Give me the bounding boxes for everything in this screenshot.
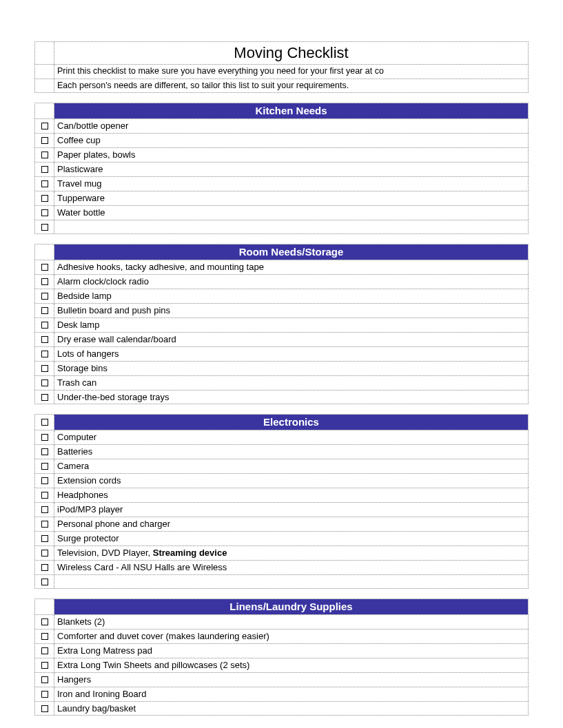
- checkbox-icon[interactable]: [41, 180, 48, 187]
- list-item: Alarm clock/clock radio: [34, 274, 529, 289]
- item-text: Travel mug: [54, 177, 528, 191]
- checkbox-icon[interactable]: [41, 379, 48, 386]
- checkbox-col: [35, 599, 54, 614]
- checkbox-icon[interactable]: [41, 676, 48, 683]
- item-text: Storage bins: [54, 362, 528, 375]
- checkbox-col: [35, 119, 54, 133]
- checkbox-col: [35, 415, 54, 430]
- checkbox-icon[interactable]: [41, 564, 48, 571]
- item-text: [54, 220, 528, 233]
- checkbox-icon[interactable]: [41, 365, 48, 372]
- list-item: Adhesive hooks, tacky adhesive, and moun…: [34, 260, 529, 274]
- checkbox-icon[interactable]: [41, 705, 48, 712]
- checkbox-col: [35, 687, 54, 701]
- checkbox-icon[interactable]: [41, 662, 48, 669]
- list-item: Storage bins: [34, 361, 529, 375]
- list-item: Computer: [34, 430, 529, 444]
- list-item: Water bottle: [34, 205, 529, 220]
- checkbox-icon[interactable]: [41, 521, 48, 528]
- checkbox-icon[interactable]: [41, 535, 48, 542]
- checkbox-icon[interactable]: [41, 434, 48, 441]
- checkbox-col: [35, 445, 54, 459]
- section-title: Electronics: [54, 415, 528, 430]
- item-text-bold: Streaming device: [153, 548, 227, 558]
- checkbox-icon[interactable]: [41, 195, 48, 202]
- spacer: [34, 589, 529, 599]
- item-text: Television, DVD Player, Streaming device: [54, 546, 528, 560]
- checkbox-col: [35, 177, 54, 191]
- item-text: Iron and Ironing Board: [54, 687, 528, 701]
- checkbox-col: [35, 220, 54, 233]
- item-text: Headphones: [54, 488, 528, 502]
- section-header: Room Needs/Storage: [34, 244, 529, 260]
- checkbox-icon[interactable]: [41, 137, 48, 144]
- spacer: [34, 93, 529, 103]
- checkbox-icon[interactable]: [41, 579, 48, 585]
- list-item: Blankets (2): [34, 614, 529, 629]
- item-text: Hangers: [54, 673, 528, 687]
- checkbox-icon[interactable]: [41, 307, 48, 314]
- item-text: Dry erase wall calendar/board: [54, 333, 528, 346]
- checkbox-icon[interactable]: [41, 293, 48, 300]
- checkbox-icon[interactable]: [41, 506, 48, 513]
- checkbox-icon[interactable]: [41, 209, 48, 216]
- checkbox-icon[interactable]: [41, 463, 48, 470]
- checkbox-col: [35, 260, 54, 274]
- checkbox-col: [35, 474, 54, 488]
- item-text: Blankets (2): [54, 615, 528, 629]
- section-title: Linens/Laundry Supplies: [54, 599, 528, 614]
- item-text: Wireless Card - All NSU Halls are Wirele…: [54, 561, 528, 574]
- checklist-sheet: Moving Checklist Print this checklist to…: [0, 0, 563, 728]
- checkbox-icon[interactable]: [41, 166, 48, 173]
- checkbox-icon[interactable]: [41, 647, 48, 654]
- checkbox-icon[interactable]: [41, 152, 48, 158]
- list-item: Desk lamp: [34, 318, 529, 332]
- checkbox-col: [35, 459, 54, 473]
- list-item: Coffee cup: [34, 133, 529, 147]
- checkbox-col: [35, 191, 54, 205]
- checkbox-col: [35, 503, 54, 517]
- list-item: [34, 220, 529, 234]
- list-item: Iron and Ironing Board: [34, 687, 529, 701]
- checkbox-icon[interactable]: [41, 351, 48, 357]
- list-item: Lots of hangers: [34, 346, 529, 361]
- item-text: Laundry bag/basket: [54, 702, 528, 715]
- item-text: Paper plates, bowls: [54, 148, 528, 162]
- checkbox-col: [35, 148, 54, 162]
- item-text: Bedside lamp: [54, 289, 528, 303]
- checkbox-icon[interactable]: [41, 477, 48, 484]
- list-item: Bulletin board and push pins: [34, 303, 529, 318]
- checkbox-icon[interactable]: [41, 618, 48, 625]
- list-item: Personal phone and charger: [34, 517, 529, 531]
- item-text: Plasticware: [54, 163, 528, 176]
- checkbox-icon[interactable]: [41, 633, 48, 640]
- checkbox-col: [35, 289, 54, 303]
- item-text: Under-the-bed storage trays: [54, 391, 528, 404]
- list-item: Comforter and duvet cover (makes launder…: [34, 629, 529, 643]
- item-text: Tupperware: [54, 191, 528, 205]
- section: Room Needs/StorageAdhesive hooks, tacky …: [34, 244, 529, 404]
- item-text: Can/bottle opener: [54, 119, 528, 133]
- checkbox-icon[interactable]: [41, 322, 48, 329]
- spacer: [34, 234, 529, 244]
- checkbox-icon[interactable]: [41, 278, 48, 285]
- checkbox-col: [35, 615, 54, 629]
- checkbox-icon[interactable]: [41, 224, 48, 231]
- checkbox-icon[interactable]: [41, 550, 48, 557]
- checkbox-icon[interactable]: [41, 264, 48, 271]
- item-text: Bulletin board and push pins: [54, 304, 528, 318]
- list-item: Wireless Card - All NSU Halls are Wirele…: [34, 560, 529, 574]
- checkbox-col-empty: [35, 79, 54, 92]
- item-text: Coffee cup: [54, 134, 528, 147]
- checkbox-col: [35, 488, 54, 502]
- checkbox-icon[interactable]: [41, 691, 48, 698]
- checkbox-icon[interactable]: [41, 419, 48, 426]
- checkbox-icon[interactable]: [41, 448, 48, 455]
- checkbox-icon[interactable]: [41, 492, 48, 499]
- checkbox-icon[interactable]: [41, 336, 48, 343]
- checkbox-col: [35, 275, 54, 289]
- checkbox-icon[interactable]: [41, 123, 48, 129]
- checkbox-icon[interactable]: [41, 394, 48, 401]
- checkbox-col: [35, 206, 54, 220]
- list-item: Bedside lamp: [34, 289, 529, 303]
